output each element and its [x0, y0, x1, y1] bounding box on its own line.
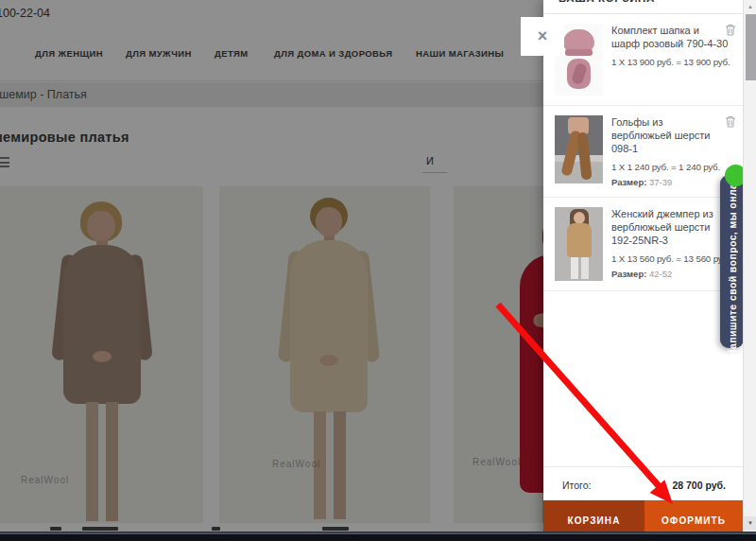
shape: [581, 257, 589, 279]
cart-item: Комплект шапка и шарф розовый 790-4-30 1…: [543, 14, 743, 106]
trash-icon[interactable]: [725, 24, 736, 36]
scrollbar-down-icon[interactable]: ▼: [744, 516, 756, 531]
total-value: 28 700 руб.: [672, 480, 726, 491]
cart-item-image[interactable]: [555, 207, 603, 281]
shape: [567, 223, 592, 257]
chat-label: Напишите свой вопрос, мы онлайн!: [720, 175, 744, 348]
scrollbar-thumb[interactable]: [746, 14, 756, 80]
cart-title: ВАША КОРЗИНА: [558, 0, 743, 4]
size-label: Размер:: [611, 269, 646, 279]
size-label: Размер:: [611, 177, 646, 187]
cart-item-price: 1 X 13 900 руб. = 13 900 руб.: [611, 57, 730, 67]
cart-item-title[interactable]: Женский джемпер из верблюжьей шерсти 192…: [611, 207, 730, 247]
trash-icon[interactable]: [725, 115, 736, 128]
shape: [565, 49, 593, 56]
cart-item-size: Размер: 37-39: [611, 177, 723, 187]
size-value: 37-39: [649, 177, 672, 187]
cart-totals: Итого: 28 700 руб.: [543, 466, 743, 500]
cart-item-price: 1 X 13 560 руб. = 13 560 руб.: [611, 253, 730, 264]
size-value: 42-52: [649, 269, 672, 279]
browser-scrollbar[interactable]: ▲ ▼: [743, 0, 756, 541]
cart-item-price: 1 X 1 240 руб. = 1 240 руб.: [611, 162, 723, 172]
cart-empty-space: [543, 291, 743, 466]
shape: [576, 132, 592, 181]
cart-item-size: Размер: 42-52: [611, 269, 730, 279]
window-bottom-edge: [0, 532, 756, 541]
cart-panel: ВАША КОРЗИНА Комплект шапка и шарф розов…: [543, 0, 743, 541]
scrollbar-up-icon[interactable]: ▲: [744, 0, 756, 13]
total-label: Итого:: [562, 480, 591, 491]
storefront-page: 100-22-04 ДЛЯ ЖЕНЩИН ДЛЯ МУЖЧИН ДЕТЯМ ДЛ…: [0, 0, 756, 541]
shape: [571, 257, 578, 279]
cart-item-title[interactable]: Гольфы из верблюжьей шерсти 098-1: [611, 115, 723, 155]
cart-item: Гольфы из верблюжьей шерсти 098-1 1 X 1 …: [543, 106, 743, 198]
cart-item-title[interactable]: Комплект шапка и шарф розовый 790-4-30: [611, 24, 730, 50]
cart-item-image[interactable]: [555, 115, 603, 183]
close-icon[interactable]: ×: [521, 17, 564, 56]
cart-item-info: Гольфы из верблюжьей шерсти 098-1 1 X 1 …: [611, 115, 735, 187]
chat-widget-tab[interactable]: Напишите свой вопрос, мы онлайн!: [720, 175, 744, 348]
cart-item: Женский джемпер из верблюжьей шерсти 192…: [543, 198, 743, 291]
cart-item-info: Комплект шапка и шарф розовый 790-4-30 1…: [611, 24, 743, 96]
